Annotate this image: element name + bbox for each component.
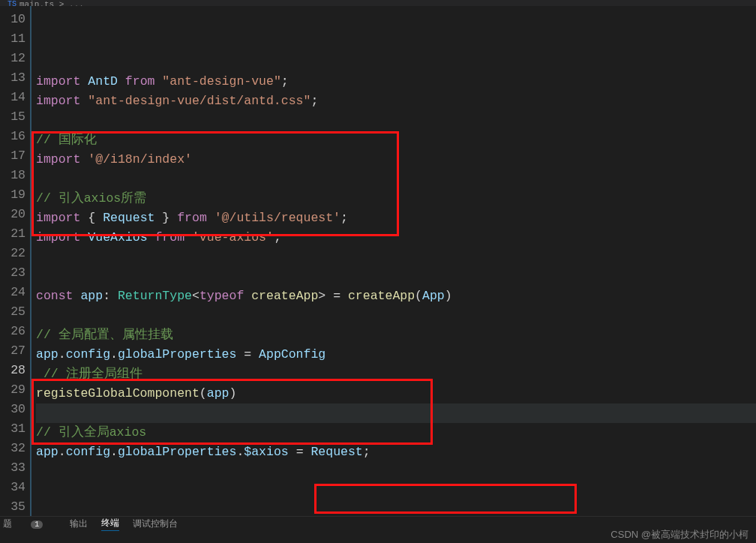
code-line-29[interactable]: // 引入全局axios (36, 423, 756, 442)
panel-output[interactable]: 输出 (70, 518, 88, 530)
code-line-11[interactable]: import AntD from "ant-design-vue"; (36, 72, 756, 92)
code-line-13[interactable] (36, 111, 756, 130)
typescript-file-icon: TS (8, 0, 16, 6)
code-line-21[interactable] (36, 267, 756, 286)
code-line-18[interactable]: import { Request } from '@/utils/request… (36, 208, 756, 228)
code-line-20[interactable] (36, 248, 756, 267)
indent-guide (30, 6, 32, 516)
code-line-30[interactable]: app.config.globalProperties.$axios = Req… (36, 442, 756, 462)
code-line-26[interactable]: // 注册全局组件 (36, 364, 756, 384)
code-line-32[interactable] (36, 482, 756, 501)
code-line-31[interactable] (36, 462, 756, 482)
code-line-25[interactable]: app.config.globalProperties = AppConfig (36, 345, 756, 364)
breadcrumb-more[interactable]: ... (69, 0, 84, 6)
code-line-27[interactable]: registeGlobalComponent(app) (36, 384, 756, 404)
code-line-22[interactable]: const app: ReturnType<typeof createApp> … (36, 286, 756, 306)
code-line-23[interactable] (36, 306, 756, 326)
code-line-12[interactable]: import "ant-design-vue/dist/antd.css"; (36, 92, 756, 111)
line-number-gutter: 1011121314151617181920212223242526272829… (0, 6, 30, 520)
code-line-17[interactable]: // 引入axios所需 (36, 189, 756, 208)
panel-terminal[interactable]: 终端 (101, 517, 119, 531)
breadcrumb-separator: > (54, 0, 69, 6)
code-line-24[interactable]: // 全局配置、属性挂载 (36, 326, 756, 345)
code-line-16[interactable] (36, 170, 756, 189)
code-area[interactable]: import AntD from "ant-design-vue";import… (30, 6, 756, 520)
tab-bar: TS main.ts > ... (0, 0, 756, 6)
code-line-19[interactable]: import VueAxios from 'vue-axios'; (36, 228, 756, 248)
code-editor[interactable]: 1011121314151617181920212223242526272829… (0, 6, 756, 520)
code-line-15[interactable]: import '@/i18n/index' (36, 150, 756, 170)
code-line-10[interactable] (36, 52, 756, 72)
watermark: CSDN @被高端技术封印的小柯 (610, 528, 748, 542)
code-line-14[interactable]: // 国际化 (36, 130, 756, 150)
panel-problems[interactable]: 题 1 (3, 518, 56, 530)
code-line-28[interactable] (36, 404, 756, 423)
panel-debug[interactable]: 调试控制台 (133, 518, 178, 530)
tab-filename[interactable]: main.ts (20, 0, 54, 6)
